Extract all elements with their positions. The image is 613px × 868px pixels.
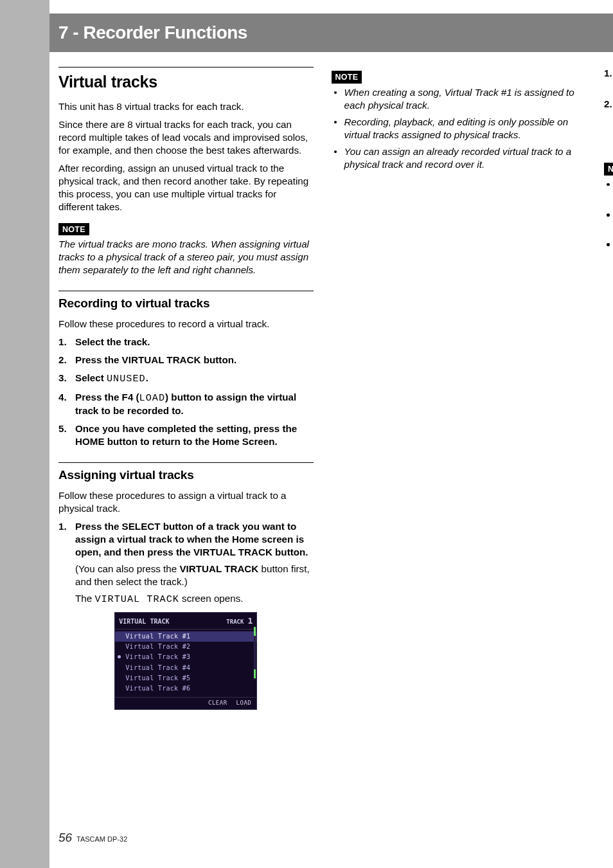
page-number: 56 — [58, 831, 72, 844]
step-3: Select UNUSED. — [58, 372, 314, 385]
assign-step-1-sub2: The VIRTUAL TRACK screen opens. — [75, 592, 314, 606]
note2-b3: You can assign an already recorded virtu… — [332, 145, 587, 171]
assign-step-2: Use the JOG/DATA dial to select the virt… — [604, 67, 613, 93]
recording-lead: Follow these procedures to record a virt… — [58, 318, 314, 330]
lcd-bottom-bar: CLEAR LOAD — [115, 697, 256, 709]
assign-step-1-sub1: (You can also press the VIRTUAL TRACK bu… — [75, 563, 314, 588]
intro-p1: This unit has 8 virtual tracks for each … — [58, 100, 314, 113]
page-footer: 56 TASCAM DP-32 — [58, 831, 127, 845]
note3-b1: To delete a virtual track, press the F3 … — [604, 178, 613, 204]
lcd-row-4: Virtual Track #4 — [115, 662, 256, 673]
note-block-2: NOTE When creating a song, Virtual Track… — [332, 67, 587, 171]
lcd-screenshot: VIRTUAL TRACK TRACK 1 Virtual Track #1 V… — [58, 612, 314, 709]
note3-b3: If you assign an unused virtual track, t… — [604, 238, 613, 264]
note2-b1: When creating a song, Virtual Track #1 i… — [332, 86, 587, 112]
assign-step-3: Press the F4 (LOAD) button to assign the… — [604, 98, 613, 154]
assigning-lead: Follow these procedures to assign a virt… — [58, 489, 314, 515]
note2-b2: Recording, playback, and editing is only… — [332, 116, 587, 141]
chapter-header: 7 - Recorder Functions — [49, 14, 613, 52]
note-badge: NOTE — [604, 163, 613, 176]
chapter-title: 7 - Recorder Functions — [58, 23, 247, 43]
step-2: Press the VIRTUAL TRACK button. — [58, 354, 314, 366]
lcd-titlebar: VIRTUAL TRACK TRACK 1 — [115, 613, 256, 629]
lcd-btn-load: LOAD — [236, 700, 252, 707]
subsection-recording: Recording to virtual tracks — [58, 291, 314, 311]
recording-steps: Select the track. Press the VIRTUAL TRAC… — [58, 336, 314, 448]
lcd-title: VIRTUAL TRACK — [119, 617, 169, 626]
step-4: Press the F4 (LOAD) button to assign the… — [58, 391, 314, 417]
subsection-assigning: Assigning virtual tracks — [58, 462, 314, 483]
step-1: Select the track. — [58, 336, 314, 348]
lcd-row-5: Virtual Track #5 — [115, 673, 256, 683]
lcd-track-label: TRACK 1 — [226, 615, 253, 626]
lcd-btn-clear: CLEAR — [208, 700, 227, 707]
lcd-row-1: Virtual Track #1 — [115, 631, 256, 642]
assign-step-1: Press the SELECT button of a track you w… — [58, 520, 314, 606]
note-badge: NOTE — [58, 223, 89, 236]
assigning-steps: Press the SELECT button of a track you w… — [58, 520, 314, 606]
page-spine — [0, 0, 49, 868]
assigning-steps-cont: Use the JOG/DATA dial to select the virt… — [604, 67, 613, 154]
note-badge: NOTE — [332, 71, 362, 84]
page: 7 - Recorder Functions Virtual tracks Th… — [49, 0, 613, 868]
intro-p3: After recording, assign an unused virtua… — [58, 162, 314, 213]
lcd-marker-icon — [118, 655, 121, 658]
lcd-body: Virtual Track #1 Virtual Track #2 Virtua… — [115, 629, 256, 697]
note2-bullets: When creating a song, Virtual Track #1 i… — [332, 86, 587, 171]
note-block-3: NOTE To delete a virtual track, press th… — [604, 159, 613, 264]
step-5: Once you have completed the setting, pre… — [58, 422, 314, 448]
note3-b2: A virtual track assigned to a physical t… — [604, 208, 613, 234]
footer-model: TASCAM DP-32 — [76, 835, 127, 843]
lcd-screen: VIRTUAL TRACK TRACK 1 Virtual Track #1 V… — [114, 612, 257, 709]
content-area: Virtual tracks This unit has 8 virtual t… — [58, 67, 586, 777]
lcd-scrollbar — [254, 627, 256, 678]
lcd-row-6: Virtual Track #6 — [115, 683, 256, 693]
lcd-row-2: Virtual Track #2 — [115, 642, 256, 652]
lcd-row-3: Virtual Track #3 — [115, 652, 256, 662]
intro-p2: Since there are 8 virtual tracks for eac… — [58, 118, 314, 157]
section-title-virtual-tracks: Virtual tracks — [58, 67, 314, 93]
note3-bullets: To delete a virtual track, press the F3 … — [604, 178, 613, 264]
note-text-1: The virtual tracks are mono tracks. When… — [58, 238, 314, 276]
